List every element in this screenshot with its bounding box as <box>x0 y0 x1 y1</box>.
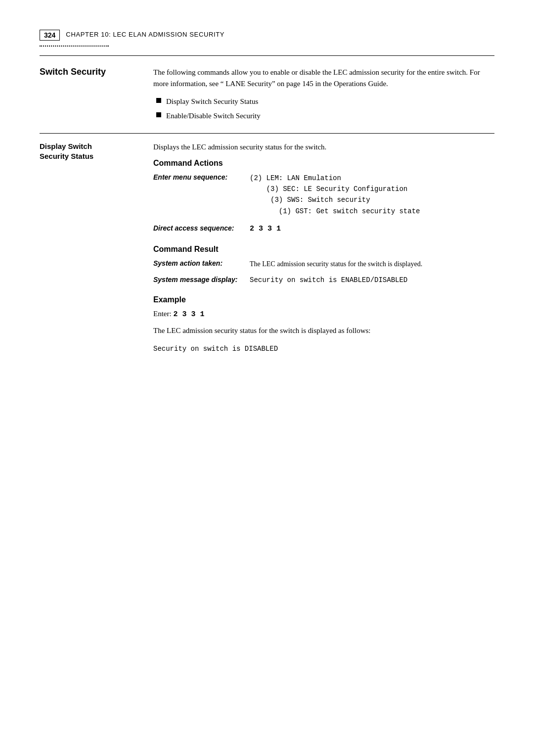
command-actions-table: Enter menu sequence: (2) LEM: LAN Emulat… <box>153 173 494 235</box>
display-switch-title: Display Switch Security Status <box>40 142 143 161</box>
direct-access-value: 2 3 3 1 <box>250 224 494 235</box>
system-message-value: Security on switch is ENABLED/DISABLED <box>250 275 494 285</box>
page-number: 324 <box>44 31 55 39</box>
enter-menu-value: (2) LEM: LAN Emulation (3) SEC: LE Secur… <box>250 173 494 217</box>
system-message-label: System message display: <box>153 275 250 284</box>
content-area: Switch Security The following commands a… <box>40 56 494 354</box>
switch-security-title: Switch Security <box>40 67 143 78</box>
system-message-row: System message display: Security on swit… <box>153 275 494 285</box>
display-switch-intro: Displays the LEC admission security stat… <box>153 142 494 153</box>
bullet-item-1-text: Display Switch Security Status <box>166 96 258 107</box>
system-action-label: System action taken: <box>153 259 250 267</box>
enter-menu-row: Enter menu sequence: (2) LEM: LAN Emulat… <box>153 173 494 217</box>
system-action-value: The LEC admission security status for th… <box>250 259 494 269</box>
display-switch-title-line2: Security Status <box>40 152 93 160</box>
example-output: Security on switch is DISABLED <box>153 343 494 354</box>
dotted-border-decoration <box>40 46 109 47</box>
command-actions-heading: Command Actions <box>153 159 494 168</box>
example-enter-value: 2 3 3 1 <box>173 310 204 319</box>
page: 324 Chapter 10: LEC ELAN Admission Secur… <box>0 0 534 756</box>
page-number-box: 324 <box>40 30 60 41</box>
display-switch-section: Display Switch Security Status Displays … <box>40 134 494 354</box>
example-desc: The LEC admission security status for th… <box>153 325 494 336</box>
chapter-title: Chapter 10: LEC ELAN Admission Security <box>66 30 224 38</box>
bullet-square-icon-1 <box>156 98 161 103</box>
page-header: 324 Chapter 10: LEC ELAN Admission Secur… <box>40 30 494 43</box>
switch-security-body-col: The following commands allow you to enab… <box>153 67 494 124</box>
display-switch-body-col: Displays the LEC admission security stat… <box>153 142 494 354</box>
bullet-item-2: Enable/Disable Switch Security <box>156 110 494 122</box>
bullet-square-icon-2 <box>156 112 161 117</box>
bullet-item-1: Display Switch Security Status <box>156 96 494 107</box>
switch-security-bullet-list: Display Switch Security Status Enable/Di… <box>156 96 494 121</box>
display-switch-title-col: Display Switch Security Status <box>40 142 153 354</box>
direct-access-row: Direct access sequence: 2 3 3 1 <box>153 224 494 235</box>
example-enter-prefix: Enter: <box>153 310 172 318</box>
switch-security-title-col: Switch Security <box>40 67 153 124</box>
display-switch-title-line1: Display Switch <box>40 142 92 150</box>
switch-security-section: Switch Security The following commands a… <box>40 56 494 133</box>
command-result-heading: Command Result <box>153 245 494 254</box>
example-enter: Enter: 2 3 3 1 <box>153 308 494 321</box>
enter-menu-label: Enter menu sequence: <box>153 173 250 181</box>
chapter-title-text: Chapter 10: LEC ELAN Admission Security <box>66 31 224 38</box>
system-action-row: System action taken: The LEC admission s… <box>153 259 494 269</box>
bullet-item-2-text: Enable/Disable Switch Security <box>166 110 261 122</box>
example-heading: Example <box>153 295 494 304</box>
direct-access-label: Direct access sequence: <box>153 224 250 232</box>
command-result-table: System action taken: The LEC admission s… <box>153 259 494 285</box>
switch-security-intro: The following commands allow you to enab… <box>153 67 494 89</box>
